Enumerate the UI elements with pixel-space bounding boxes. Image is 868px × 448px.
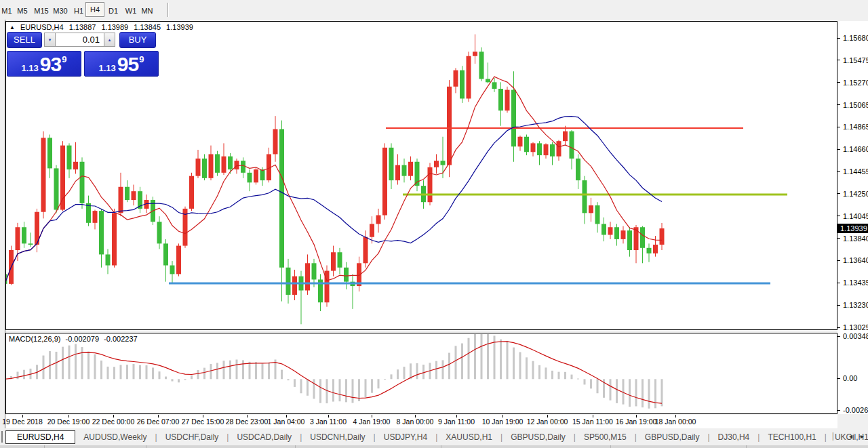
price-tick-label: 1.14455: [843, 167, 868, 176]
time-axis[interactable]: 19 Dec 201820 Dec 19:0022 Dec 00:0026 De…: [5, 415, 837, 428]
price-tick-label: 1.15270: [843, 79, 868, 87]
time-tick-label: 19 Dec 2018: [2, 418, 43, 426]
timeframe-button-m30[interactable]: M30: [50, 5, 70, 16]
time-tick-mark: [328, 415, 329, 418]
chart-tab-eurusd-h4[interactable]: EURUSD,H4: [5, 430, 75, 444]
price-tick-label: 1.15475: [843, 56, 868, 64]
time-tick-mark: [593, 415, 593, 418]
window-left-frame: [0, 20, 5, 445]
sell-price-big: 93: [40, 55, 61, 74]
sell-price-prefix: 1.13: [22, 62, 39, 74]
price-tick-label: 1.14250: [843, 190, 868, 198]
time-tick-mark: [675, 415, 676, 418]
volume-decrease-button[interactable]: ▾: [44, 33, 55, 47]
timeframe-button-w1[interactable]: W1: [123, 5, 140, 16]
macd-value: -0.002079: [65, 335, 99, 343]
timeframe-button-h4[interactable]: H4: [85, 2, 104, 17]
price-tick-mark: [837, 171, 840, 172]
one-click-trading-panel: SELL ▾ ▴ BUY 1.13 93 9 1.13 95 9: [7, 32, 160, 77]
time-tick-label: 27 Dec 15:00: [182, 418, 224, 426]
time-tick-label: 9 Jan 11:00: [438, 418, 475, 426]
buy-price-prefix: 1.13: [99, 62, 116, 74]
time-tick-label: 3 Jan 11:00: [310, 418, 347, 426]
chart-title: ▲ EURUSD,H4 1.13887 1.13989 1.13845 1.13…: [9, 23, 197, 31]
time-tick-mark: [68, 415, 69, 418]
macd-axis-label: -0.002617: [843, 406, 868, 414]
time-tick-label: 18 Jan 00:00: [655, 418, 696, 426]
price-tick-mark: [837, 216, 840, 216]
time-tick-mark: [456, 415, 457, 418]
strip-separator: [146, 445, 146, 448]
time-tick-label: 16 Jan 19:00: [616, 418, 657, 426]
macd-indicator-label: MACD(12,26,9) -0.002079 -0.002237: [9, 335, 140, 343]
buy-price-pip: 9: [139, 54, 144, 64]
chart-tab-gbpusd-daily[interactable]: GBPUSD,Daily: [502, 430, 574, 444]
time-tick-label: 4 Jan 19:00: [353, 418, 391, 426]
timeframe-button-m15[interactable]: M15: [31, 5, 51, 16]
price-tick-label: 1.15065: [843, 101, 868, 109]
buy-price-tile[interactable]: 1.13 95 9: [84, 51, 159, 77]
price-tick-mark: [837, 104, 840, 105]
macd-panel[interactable]: [5, 333, 837, 414]
sell-price-tile[interactable]: 1.13 93 9: [7, 51, 81, 77]
time-tick-label: 22 Dec 00:00: [92, 418, 134, 426]
chart-tab-usdchf-daily[interactable]: USDCHF,Daily: [157, 430, 227, 444]
chart-tab-sp500-m15[interactable]: SP500,M15: [576, 430, 635, 444]
tab-scroll-right-icon[interactable]: ▸: [861, 432, 864, 440]
time-tick-mark: [636, 415, 637, 418]
price-tick-mark: [837, 127, 840, 127]
chart-tab-usdcnh-daily[interactable]: USDCNH,Daily: [302, 430, 373, 444]
chart-tab-audusd-weekly[interactable]: AUDUSD,Weekly: [75, 430, 155, 444]
time-tick-label: 12 Jan 00:00: [527, 418, 568, 426]
ohlc-low: 1.13845: [134, 23, 161, 31]
time-tick-mark: [158, 415, 159, 418]
time-tick-label: 10 Jan 19:00: [482, 418, 524, 426]
strip-separator: [441, 445, 441, 448]
price-tick-mark: [837, 60, 840, 60]
symbol-period: EURUSD,H4: [20, 23, 64, 31]
timeframe-button-m1[interactable]: M1: [0, 5, 15, 16]
price-tick-mark: [837, 260, 840, 261]
chart-tab-gbpusd-daily[interactable]: GBPUSD,Daily: [637, 430, 708, 444]
price-tick-label: 1.14865: [843, 123, 868, 131]
sell-price-pip: 9: [62, 54, 66, 64]
chart-tab-xauusd-h1[interactable]: XAUUSD,H1: [437, 430, 500, 444]
macd-signal-value: -0.002237: [104, 335, 138, 343]
time-tick-mark: [502, 415, 503, 418]
macd-canvas[interactable]: [6, 333, 838, 415]
ohlc-high: 1.13989: [101, 23, 128, 31]
price-tick-label: 1.13230: [843, 301, 868, 309]
chart-tab-usdcad-daily[interactable]: USDCAD,Daily: [229, 430, 300, 444]
price-tick-label: 1.13640: [843, 256, 868, 264]
time-tick-mark: [203, 415, 203, 418]
sell-button[interactable]: SELL: [7, 32, 42, 48]
price-tick-mark: [837, 193, 840, 194]
price-tick-mark: [837, 149, 840, 150]
timeframe-button-m5[interactable]: M5: [14, 5, 30, 16]
price-tick-mark: [837, 305, 840, 306]
price-axis[interactable]: 1.156801.154751.152701.150651.148651.146…: [837, 21, 868, 414]
strip-separator: [295, 445, 296, 448]
timeframe-button-h1[interactable]: H1: [71, 5, 86, 16]
volume-increase-button[interactable]: ▴: [104, 33, 115, 47]
price-tick-label: 1.13840: [843, 235, 868, 243]
time-tick-mark: [547, 415, 548, 418]
tab-scroll-controls: | ◂ ▸: [832, 431, 864, 441]
volume-input[interactable]: [55, 33, 104, 47]
time-tick-mark: [372, 415, 372, 418]
time-tick-label: 8 Jan 00:00: [397, 418, 434, 426]
timeframe-button-d1[interactable]: D1: [106, 5, 121, 16]
time-tick-label: 20 Dec 19:00: [47, 418, 90, 426]
chart-tab-tech100-h1[interactable]: TECH100,H1: [760, 430, 824, 444]
symbol-arrow-icon: ▲: [9, 24, 15, 30]
tab-scroll-left-icon[interactable]: ◂: [849, 432, 852, 440]
tab-bar-grip: [1, 431, 3, 443]
tab-separator: |: [832, 431, 834, 441]
timeframe-button-mn[interactable]: MN: [138, 5, 155, 16]
buy-button[interactable]: BUY: [119, 32, 156, 48]
chart-tab-bar: EURUSD,H4AUDUSD,Weekly|USDCHF,Daily|USDC…: [0, 428, 868, 445]
time-tick-label: 28 Dec 23:00: [226, 418, 268, 426]
time-tick-label: 1 Jan 04:00: [268, 418, 305, 426]
chart-tab-usdjpy-h4[interactable]: USDJPY,H4: [376, 430, 435, 444]
chart-tab-dj30-h4[interactable]: DJ30,H4: [710, 430, 758, 444]
